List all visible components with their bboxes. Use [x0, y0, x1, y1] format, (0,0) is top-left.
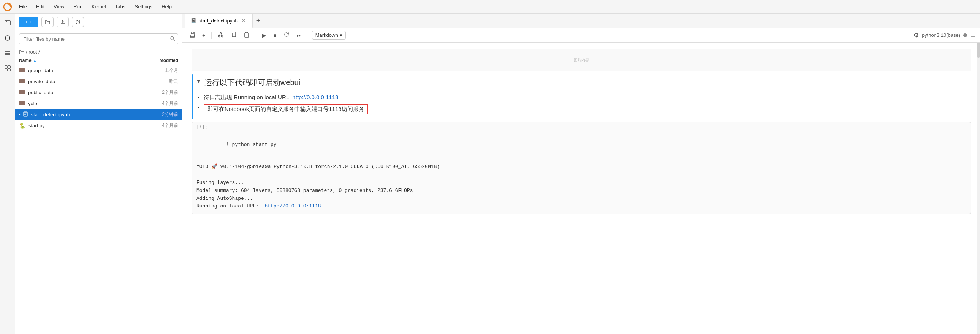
svg-rect-9 — [8, 69, 10, 71]
list-item[interactable]: yolo 4个月前 — [15, 98, 182, 109]
hamburger-icon[interactable]: ☰ — [970, 32, 975, 39]
file-list: group_data 上个月 private_data 昨天 public_da… — [15, 65, 182, 334]
sidebar-icon-circle[interactable] — [2, 32, 14, 44]
markdown-cell-wrapper: ▼ 运行以下代码即可启动webui 待日志出现 Running on local… — [191, 75, 971, 119]
list-item[interactable]: public_data 2个月前 — [15, 87, 182, 98]
copy-button[interactable] — [228, 30, 239, 40]
output-line: YOLO 🚀 v0.1-104-g5b1ea9a Python-3.10.8 t… — [196, 164, 440, 169]
cell-bar — [191, 75, 193, 119]
search-icon[interactable] — [170, 36, 175, 42]
menu-help[interactable]: Help — [158, 2, 175, 11]
stop-button[interactable]: ■ — [271, 31, 278, 40]
code-cell[interactable]: [*]: ! python start.py YOLO 🚀 v0.1-104-g… — [191, 122, 971, 214]
code-block: ! python start.py — [192, 130, 970, 160]
svg-rect-16 — [190, 32, 194, 37]
menu-tabs[interactable]: Tabs — [111, 2, 129, 11]
notebook-tab[interactable]: 📓 start_detect.ipynb ✕ — [185, 14, 253, 28]
toolbar-divider — [211, 32, 212, 39]
menu-bar: File Edit View Run Kernel Tabs Settings … — [0, 0, 980, 14]
list-item[interactable]: 🐍 start.py 4个月前 — [15, 120, 182, 131]
cut-button[interactable] — [215, 30, 226, 40]
kernel-info: ⚙ python3.10(base) ☰ — [913, 32, 975, 39]
bullet-list: 待日志出现 Running on local URL: http://0.0.0… — [196, 92, 971, 116]
sidebar-icon-puzzle[interactable] — [2, 62, 14, 75]
settings-icon[interactable]: ⚙ — [913, 32, 919, 39]
kernel-status-dot — [963, 33, 967, 37]
folder-icon — [19, 100, 25, 107]
fast-forward-button[interactable]: ⏭ — [294, 31, 304, 40]
scrollbar-thumb[interactable] — [977, 43, 980, 58]
tab-bar: 📓 start_detect.ipynb ✕ + — [182, 14, 980, 28]
list-item-active[interactable]: • start_detect.ipynb 2分钟前 — [15, 109, 182, 120]
app-logo — [3, 2, 12, 11]
section-heading: ▼ 运行以下代码即可启动webui — [196, 78, 971, 88]
output-block: YOLO 🚀 v0.1-104-g5b1ea9a Python-3.10.8 t… — [192, 160, 970, 213]
folder-icon — [19, 78, 25, 85]
cell-label: [*]: — [192, 122, 970, 130]
sidebar-icons — [0, 14, 15, 334]
run-button[interactable]: ▶ — [260, 31, 269, 40]
notebook-panel: 📓 start_detect.ipynb ✕ + + — [182, 14, 980, 334]
list-item[interactable]: group_data 上个月 — [15, 65, 182, 76]
svg-point-2 — [5, 36, 10, 40]
file-panel: + + — [15, 14, 182, 334]
notebook-image-area: 图片内容 — [191, 49, 971, 72]
breadcrumb: / root / — [15, 48, 182, 56]
menu-edit[interactable]: Edit — [32, 2, 48, 11]
save-button[interactable] — [187, 30, 197, 40]
chevron-down-icon: ▾ — [340, 32, 342, 38]
tab-add-button[interactable]: + — [253, 15, 264, 26]
output-line: Adding AutoShape... — [196, 196, 253, 201]
python-icon: 🐍 — [19, 123, 25, 129]
menu-settings[interactable]: Settings — [131, 2, 156, 11]
svg-line-11 — [173, 40, 175, 41]
app-body: + + — [0, 14, 980, 334]
svg-rect-18 — [190, 35, 194, 37]
highlighted-text: 即可在Notebook页面的自定义服务中输入端口号1118访问服务 — [204, 104, 368, 115]
tab-title: start_detect.ipynb — [199, 18, 238, 24]
menu-kernel[interactable]: Kernel — [88, 2, 110, 11]
svg-rect-7 — [8, 66, 10, 68]
plus-icon: + — [25, 19, 28, 25]
bullet-item-1: 待日志出现 Running on local URL: http://0.0.0… — [204, 92, 971, 103]
cell-type-select[interactable]: Markdown ▾ — [312, 31, 346, 40]
svg-rect-24 — [245, 33, 248, 37]
paste-button[interactable] — [241, 30, 252, 40]
notebook-icon — [23, 111, 28, 118]
collapse-arrow-icon[interactable]: ▼ — [196, 78, 201, 84]
svg-rect-8 — [5, 69, 7, 71]
code-command: ! python start.py — [226, 142, 277, 148]
svg-rect-17 — [191, 32, 193, 34]
refresh-button[interactable] — [72, 17, 84, 27]
bullet-item-2: 即可在Notebook页面的自定义服务中输入端口号1118访问服务 — [204, 103, 971, 116]
svg-point-10 — [170, 37, 173, 40]
output-line: Model summary: 604 layers, 50880768 para… — [196, 188, 413, 193]
search-box — [19, 33, 178, 45]
file-toolbar: + + — [15, 14, 182, 30]
menu-run[interactable]: Run — [70, 2, 86, 11]
new-folder-button[interactable] — [41, 17, 54, 27]
sidebar-icon-files[interactable] — [2, 17, 14, 29]
active-indicator: • — [19, 113, 21, 117]
list-item[interactable]: private_data 昨天 — [15, 76, 182, 87]
sidebar-icon-list[interactable] — [2, 47, 14, 59]
folder-icon — [19, 89, 25, 96]
search-input[interactable] — [19, 33, 178, 45]
add-cell-button[interactable]: + — [200, 31, 207, 40]
sort-arrow-icon: ▲ — [33, 59, 37, 63]
scrollbar-track — [977, 43, 980, 334]
cell-type-label: Markdown — [315, 32, 338, 38]
local-url-link[interactable]: http://0.0.0.0:1118 — [292, 94, 338, 100]
svg-rect-23 — [232, 33, 235, 37]
toolbar-divider-3 — [308, 32, 308, 39]
upload-button[interactable] — [57, 17, 69, 27]
restart-button[interactable] — [281, 30, 292, 40]
menu-view[interactable]: View — [50, 2, 68, 11]
output-url-link[interactable]: http://0.0.0.0:1118 — [264, 203, 321, 209]
tab-close-button[interactable]: ✕ — [240, 17, 247, 24]
folder-icon — [19, 67, 25, 74]
menu-file[interactable]: File — [15, 2, 31, 11]
new-button[interactable]: + + — [19, 17, 38, 27]
notebook-tab-icon: 📓 — [191, 18, 196, 23]
toolbar-divider-2 — [256, 32, 256, 39]
